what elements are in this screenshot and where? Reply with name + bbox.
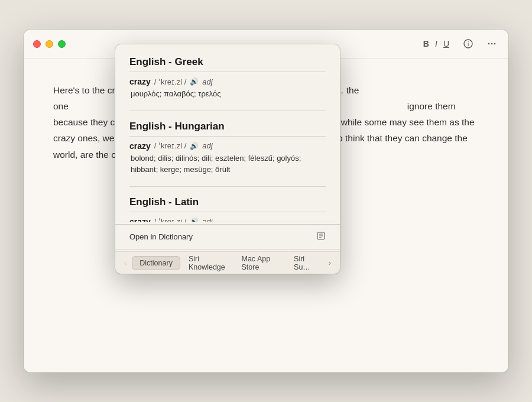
- dict-divider-1: [129, 111, 326, 111]
- svg-text:i: i: [468, 41, 469, 47]
- app-window: B I U i Here's to the cra: [24, 30, 508, 372]
- open-in-dictionary-button[interactable]: Open in Dictionary: [115, 225, 340, 249]
- svg-point-3: [491, 43, 493, 45]
- dict-lang-greek-title: English - Greek: [129, 56, 326, 72]
- dict-lang-hungarian-title: English - Hungarian: [129, 121, 326, 137]
- tab-arrow-left[interactable]: ‹: [120, 256, 131, 270]
- dict-lang-latin-title: English - Latin: [129, 196, 326, 212]
- dict-speaker-hungarian[interactable]: 🔊: [190, 142, 199, 150]
- open-in-dictionary-label: Open in Dictionary: [129, 232, 193, 241]
- dict-pos-latin: adj: [202, 217, 212, 222]
- dict-pronunciation-latin: / ˈkreɪ.zi /: [154, 217, 187, 222]
- dict-speaker-greek[interactable]: 🔊: [190, 77, 199, 86]
- close-button[interactable]: [33, 40, 41, 48]
- format-buttons: B I U: [421, 38, 452, 50]
- traffic-lights: [33, 40, 66, 48]
- italic-button[interactable]: I: [433, 38, 440, 50]
- tab-bar: ‹ Dictionary Siri Knowledge Mac App Stor…: [115, 251, 340, 274]
- dict-word-latin: crazy: [129, 217, 151, 222]
- toolbar-right: B I U i: [421, 37, 499, 51]
- dict-pronunciation-hungarian: / ˈkreɪ.zi /: [154, 141, 187, 150]
- dict-word-hungarian: crazy: [129, 141, 151, 151]
- tab-siri-suggest[interactable]: Siri Su…: [287, 252, 323, 274]
- underline-button[interactable]: U: [441, 38, 452, 50]
- tab-mac-app-store[interactable]: Mac App Store: [235, 252, 286, 274]
- open-dict-icon: [316, 231, 326, 242]
- maximize-button[interactable]: [58, 40, 66, 48]
- svg-point-2: [488, 43, 490, 45]
- dict-scroll-area[interactable]: English - Greek crazy / ˈkreɪ.zi / 🔊 adj…: [115, 44, 340, 222]
- dict-definition-greek: μουρλός; παλαβός; τρελός: [129, 88, 326, 100]
- dict-section-hungarian: English - Hungarian crazy / ˈkreɪ.zi / 🔊…: [129, 121, 326, 176]
- dict-word-line-latin: crazy / ˈkreɪ.zi / 🔊 adj: [129, 217, 326, 222]
- tab-dictionary[interactable]: Dictionary: [132, 256, 180, 270]
- dict-word-line-greek: crazy / ˈkreɪ.zi / 🔊 adj: [129, 77, 326, 86]
- dict-word-line-hungarian: crazy / ˈkreɪ.zi / 🔊 adj: [129, 141, 326, 151]
- dict-section-greek: English - Greek crazy / ˈkreɪ.zi / 🔊 adj…: [129, 56, 326, 100]
- svg-point-4: [494, 43, 496, 45]
- info-button[interactable]: i: [461, 37, 475, 51]
- dict-speaker-latin[interactable]: 🔊: [190, 218, 199, 222]
- dict-pos-greek: adj: [202, 77, 212, 86]
- dict-pronunciation-greek: / ˈkreɪ.zi /: [154, 77, 187, 86]
- tab-siri-knowledge[interactable]: Siri Knowledge: [181, 252, 233, 274]
- dict-pos-hungarian: adj: [202, 141, 212, 150]
- dictionary-popup: English - Greek crazy / ˈkreɪ.zi / 🔊 adj…: [115, 44, 340, 274]
- dict-divider-2: [129, 186, 326, 187]
- more-options-button[interactable]: [485, 37, 499, 51]
- minimize-button[interactable]: [46, 40, 53, 48]
- dict-word-greek: crazy: [129, 77, 151, 86]
- tab-arrow-right[interactable]: ›: [325, 256, 335, 270]
- bold-button[interactable]: B: [421, 38, 432, 50]
- dict-section-latin: English - Latin crazy / ˈkreɪ.zi / 🔊 adj…: [129, 196, 326, 222]
- dict-definition-hungarian: bolond; dilis; dilinós; dili; esztelen; …: [129, 153, 326, 176]
